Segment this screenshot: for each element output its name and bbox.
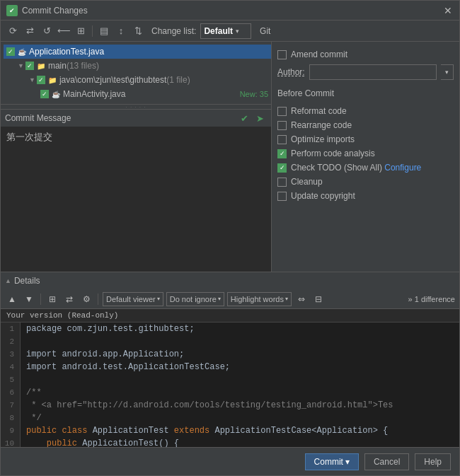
- tree-item-main-activity[interactable]: ✓ ☕ MainActivity.java New: 35: [38, 87, 271, 101]
- details-title: Details: [14, 276, 40, 286]
- toolbar-btn-5[interactable]: ⊞: [73, 23, 88, 39]
- checkbox-update-copyright[interactable]: [277, 192, 287, 201]
- action-bar: Commit ▾ Cancel Help: [1, 447, 459, 475]
- main-content: ✓ ☕ ApplicationTest.java ▼ ✓ 📁 main (13 …: [1, 42, 459, 272]
- tree-checkbox-main-activity[interactable]: ✓: [40, 90, 49, 98]
- diff-side-btn[interactable]: ⇄: [62, 292, 76, 306]
- commit-button[interactable]: Commit ▾: [305, 453, 359, 470]
- tree-item-java-folder[interactable]: ▼ ✓ 📁 java\com\zjun\test\githubtest (1 f…: [26, 73, 271, 87]
- line-content: */: [21, 412, 42, 424]
- checkbox-rearrange[interactable]: [277, 121, 287, 130]
- tree-label-main-suffix: (13 files): [67, 61, 99, 71]
- code-lines: 1package com.zjun.test.githubtest;2 3imp…: [1, 323, 459, 447]
- toolbar-btn-6[interactable]: ▤: [96, 23, 112, 39]
- details-header[interactable]: ▲ Details: [1, 272, 459, 289]
- check-label-perform: Perform code analysis: [291, 149, 375, 158]
- diff-view-btn[interactable]: ⊟: [311, 292, 326, 306]
- line-number: 9: [1, 424, 21, 437]
- git-tab[interactable]: Git: [260, 26, 270, 36]
- line-number: 3: [1, 348, 21, 361]
- java-icon-main-activity: ☕: [51, 89, 61, 99]
- toolbar-btn-2[interactable]: ⇄: [22, 23, 38, 39]
- diff-sync-btn[interactable]: ⇔: [294, 292, 309, 306]
- amend-checkbox[interactable]: [277, 50, 287, 59]
- commit-textarea[interactable]: 第一次提交: [1, 127, 271, 272]
- diff-toolbar: ▲ ▼ ⊞ ⇄ ⚙ Default viewer ▾ Do not ignore…: [1, 289, 459, 309]
- line-number: 4: [1, 361, 21, 373]
- commit-arrow-btn[interactable]: ➤: [253, 111, 267, 125]
- code-line: 6/**: [1, 386, 459, 399]
- commit-dialog: ✔ Commit Changes ✕ ⟳ ⇄ ↺ ⟵ ⊞ ▤ ↕ ⇅ Chang…: [0, 0, 460, 476]
- code-header: Your version (Read-only): [1, 309, 459, 323]
- diff-settings-btn[interactable]: ⚙: [79, 292, 93, 306]
- line-content: * <a href="http://d.android.com/tools/te…: [21, 399, 393, 412]
- line-content: package com.zjun.test.githubtest;: [21, 323, 195, 335]
- diff-copy-btn[interactable]: ⊞: [45, 292, 59, 306]
- help-button[interactable]: Help: [415, 453, 451, 470]
- line-number: 7: [1, 399, 21, 412]
- line-number: 2: [1, 335, 21, 348]
- tree-checkbox-application-test[interactable]: ✓: [6, 47, 15, 56]
- expand-arrow-main: ▼: [18, 62, 24, 69]
- tree-checkbox-main[interactable]: ✓: [25, 62, 34, 70]
- window-icon: ✔: [6, 5, 18, 16]
- commit-message-area: Commit Message ✔ ➤ 第一次提交: [1, 110, 271, 272]
- author-dropdown-btn[interactable]: ▾: [441, 64, 454, 80]
- code-line: 1package com.zjun.test.githubtest;: [1, 323, 459, 335]
- titlebar: ✔ Commit Changes ✕: [1, 1, 459, 21]
- expand-arrow-java: ▼: [29, 76, 35, 83]
- check-row-update-copyright: Update copyright: [277, 189, 454, 203]
- checkbox-perform[interactable]: ✓: [277, 149, 287, 158]
- checkbox-check-todo[interactable]: ✓: [277, 163, 287, 173]
- java-icon-application-test: ☕: [17, 47, 27, 57]
- checkbox-reformat[interactable]: [277, 107, 287, 116]
- tree-label-main: main: [48, 61, 67, 71]
- check-row-optimize: Optimize imports: [277, 132, 454, 146]
- author-label: Author:: [277, 67, 305, 77]
- line-content: import android.app.Application;: [21, 348, 184, 361]
- tree-label-application-test: ApplicationTest.java: [29, 47, 104, 57]
- check-label-rearrange: Rearrange code: [291, 120, 352, 130]
- toolbar-btn-8[interactable]: ⇅: [130, 23, 146, 39]
- toolbar-btn-4[interactable]: ⟵: [56, 23, 71, 39]
- toolbar-btn-1[interactable]: ⟳: [5, 23, 21, 39]
- checkbox-optimize[interactable]: [277, 135, 287, 144]
- line-content: import android.test.ApplicationTestCase;: [21, 361, 230, 373]
- commit-msg-label: Commit Message: [5, 113, 71, 123]
- close-button[interactable]: ✕: [442, 5, 454, 16]
- code-line: 4import android.test.ApplicationTestCase…: [1, 361, 459, 373]
- check-label-update-copyright: Update copyright: [291, 191, 355, 201]
- tree-item-main[interactable]: ▼ ✓ 📁 main (13 files): [15, 59, 271, 73]
- toolbar-sep-1: [92, 25, 93, 37]
- commit-check-btn[interactable]: ✔: [237, 111, 251, 125]
- toolbar-btn-3[interactable]: ↺: [39, 23, 54, 39]
- right-panel: Amend commit Author: ▾ Before Commit Ref…: [272, 42, 459, 272]
- check-row-check-todo: ✓Check TODO (Show All) Configure: [277, 161, 454, 175]
- diff-viewer-arrow-icon: ▾: [157, 296, 160, 302]
- diff-sep-2: [98, 294, 98, 305]
- diff-highlight-dropdown[interactable]: Highlight words ▾: [227, 292, 292, 306]
- amend-label: Amend commit: [291, 50, 347, 59]
- toolbar-btn-7[interactable]: ↕: [113, 23, 129, 39]
- line-content: [21, 335, 31, 348]
- folder-icon-java: 📁: [47, 75, 57, 85]
- diff-up-btn[interactable]: ▲: [5, 292, 19, 306]
- check-row-perform: ✓Perform code analysis: [277, 146, 454, 161]
- check-link-check-todo[interactable]: Configure: [384, 163, 421, 173]
- diff-ignore-dropdown[interactable]: Do not ignore ▾: [166, 292, 224, 306]
- window-title: Commit Changes: [22, 6, 442, 16]
- changelist-dropdown[interactable]: Default ▾: [200, 23, 251, 39]
- code-line: 3import android.app.Application;: [1, 348, 459, 361]
- check-row-reformat: Reformat code: [277, 104, 454, 118]
- author-input[interactable]: [309, 64, 437, 80]
- check-row-cleanup: Cleanup: [277, 175, 454, 189]
- new-badge: New: 35: [240, 90, 268, 98]
- diff-viewer-dropdown[interactable]: Default viewer ▾: [103, 292, 163, 306]
- diff-down-btn[interactable]: ▼: [22, 292, 36, 306]
- tree-item-application-test[interactable]: ✓ ☕ ApplicationTest.java: [4, 45, 271, 59]
- commit-msg-header: Commit Message ✔ ➤: [1, 110, 271, 127]
- tree-divider[interactable]: · · · · ·: [1, 104, 271, 110]
- tree-checkbox-java[interactable]: ✓: [37, 76, 45, 84]
- checkbox-cleanup[interactable]: [277, 178, 287, 187]
- cancel-button[interactable]: Cancel: [364, 453, 409, 470]
